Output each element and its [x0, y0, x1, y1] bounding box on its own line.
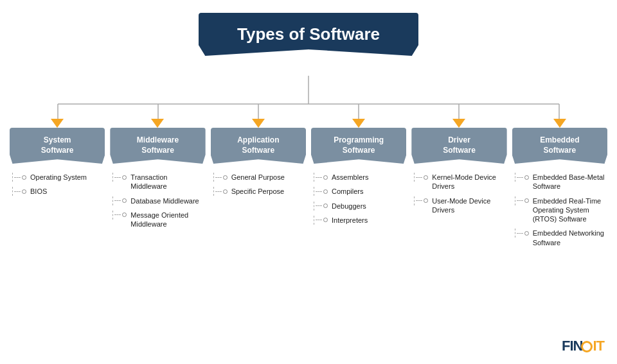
list-item: Database Middleware [112, 196, 205, 205]
h-line [215, 177, 222, 178]
item-dot [223, 175, 228, 180]
item-text: Debuggers [332, 202, 366, 211]
arrow-embedded [553, 119, 566, 128]
category-box-system: SystemSoftware [10, 128, 105, 164]
category-box-programming: ProgrammingSoftware [311, 128, 406, 164]
category-col-driver: DriverSoftware Kernel-Mode Device Driver… [411, 119, 506, 252]
item-dot [323, 175, 328, 180]
items-system: Operating System BIOS [10, 173, 105, 202]
item-dot [122, 175, 127, 180]
items-programming: Assemblers Compilers D [311, 173, 406, 230]
item-text: Operating System [30, 173, 87, 182]
dash-connector [112, 211, 127, 220]
category-label-application: ApplicationSoftware [237, 135, 279, 155]
dash-connector [314, 187, 328, 196]
category-col-embedded: EmbeddedSoftware Embedded Base-Metal Sof… [512, 119, 607, 252]
dash-connector [314, 202, 328, 211]
dash-connector [12, 187, 26, 196]
items-middleware: Transaction Middleware Database Middlewa… [110, 173, 205, 234]
list-item: Transaction Middleware [112, 173, 205, 191]
list-item: Embedded Networking Software [515, 229, 607, 247]
list-item: User-Mode Device Drivers [414, 196, 506, 215]
list-item: Embedded Real-Time Operating System (RTO… [515, 196, 607, 224]
dash-connector [414, 173, 428, 182]
dash-connector [314, 216, 328, 225]
h-line [517, 233, 523, 234]
item-text: Interpreters [332, 216, 368, 225]
arrow-programming [352, 119, 365, 128]
item-text: Message Oriented Middleware [130, 211, 205, 229]
list-item: Operating System [12, 173, 105, 182]
category-label-programming: ProgrammingSoftware [334, 135, 384, 155]
item-text: Database Middleware [130, 196, 199, 205]
item-text: Embedded Base-Metal Software [533, 173, 607, 191]
category-label-embedded: EmbeddedSoftware [540, 135, 579, 155]
h-line [416, 200, 422, 201]
item-dot [524, 198, 529, 203]
h-line [316, 205, 322, 206]
h-line [14, 191, 21, 192]
logo-text: FIN [562, 338, 582, 354]
category-label-driver: DriverSoftware [443, 135, 476, 155]
h-line [114, 177, 121, 178]
item-dot [323, 218, 328, 222]
list-item: Assemblers [314, 173, 406, 182]
category-box-embedded: EmbeddedSoftware [512, 128, 607, 164]
list-item: Compilers [314, 187, 406, 196]
item-dot [424, 198, 428, 203]
h-line [316, 177, 322, 178]
dash-connector [515, 173, 529, 182]
h-line [114, 214, 121, 215]
item-text: Embedded Networking Software [533, 229, 607, 247]
dash-connector [515, 229, 529, 238]
category-col-system: SystemSoftware Operating System [10, 119, 105, 252]
h-line [517, 177, 523, 178]
item-text: Embedded Real-Time Operating System (RTO… [533, 196, 607, 224]
arrow-middleware [151, 119, 164, 128]
h-line [215, 191, 222, 192]
list-item: Specific Perpose [213, 187, 306, 196]
item-text: BIOS [30, 187, 47, 196]
h-line [316, 191, 322, 192]
h-line [114, 200, 121, 201]
dash-connector [112, 196, 127, 205]
h-line [416, 177, 422, 178]
item-text: Specific Perpose [231, 187, 285, 196]
categories-row: SystemSoftware Operating System [10, 119, 607, 252]
category-col-application: ApplicationSoftware General Purpose [211, 119, 306, 252]
arrow-system [51, 119, 64, 128]
list-item: Message Oriented Middleware [112, 211, 205, 229]
list-item: Embedded Base-Metal Software [515, 173, 607, 191]
item-text: General Purpose [231, 173, 285, 182]
list-item: General Purpose [213, 173, 306, 182]
item-dot [323, 204, 328, 208]
category-label-system: SystemSoftware [41, 135, 74, 155]
list-item: Debuggers [314, 202, 406, 211]
item-dot [524, 175, 529, 180]
items-application: General Purpose Specific Perpose [211, 173, 306, 202]
category-box-application: ApplicationSoftware [211, 128, 306, 164]
category-box-middleware: MiddlewareSoftware [110, 128, 205, 164]
item-dot [22, 189, 26, 194]
item-text: Assemblers [332, 173, 368, 182]
logo-it-text: IT [593, 338, 604, 354]
category-col-programming: ProgrammingSoftware Assemblers [311, 119, 406, 252]
dash-connector [12, 173, 26, 182]
items-embedded: Embedded Base-Metal Software Embedded Re… [512, 173, 607, 252]
category-label-middleware: MiddlewareSoftware [137, 135, 179, 155]
logo-circle-icon [581, 341, 593, 352]
item-text: Compilers [332, 187, 364, 196]
item-dot [424, 175, 428, 180]
dash-connector [314, 173, 328, 182]
items-driver: Kernel-Mode Device Drivers User-Mode Dev… [411, 173, 506, 220]
title-box: Types of Software [199, 13, 418, 56]
item-dot [22, 175, 26, 180]
list-item: Kernel-Mode Device Drivers [414, 173, 506, 191]
item-text: Transaction Middleware [130, 173, 205, 191]
list-item: BIOS [12, 187, 105, 196]
logo: FINIT [562, 338, 604, 354]
item-dot [524, 231, 529, 236]
arrow-driver [452, 119, 465, 128]
h-line [517, 200, 523, 201]
item-text: User-Mode Device Drivers [432, 196, 506, 215]
